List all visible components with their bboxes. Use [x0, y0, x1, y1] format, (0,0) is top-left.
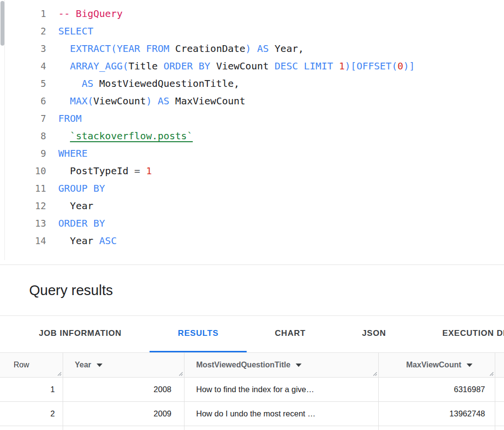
max-view-count-cell: 6316987 — [379, 378, 495, 401]
tab-json[interactable]: JSON — [334, 316, 415, 352]
code-line[interactable]: 7 FROM — [0, 110, 504, 127]
line-number: 2 — [0, 22, 58, 40]
sql-identifier: MaxViewCount — [175, 95, 246, 107]
sql-keyword: ARRAY_AGG( — [70, 60, 128, 72]
line-number: 12 — [0, 197, 58, 215]
results-table: Row Year MostViewedQuestionTitle MaxView… — [0, 353, 504, 430]
sort-dropdown-icon[interactable] — [296, 364, 302, 367]
code-text: PostTypeId = 1 — [58, 162, 152, 180]
code-line[interactable]: 9 WHERE — [0, 145, 504, 162]
most-viewed-question-title-cell: How to find the index for a give… — [185, 378, 379, 401]
column-header-label: MaxViewCount — [406, 361, 462, 369]
table-row-partial — [0, 426, 504, 430]
column-resize-handle[interactable] — [177, 370, 183, 376]
sql-identifier: Year — [275, 43, 298, 54]
sql-identifier: ViewCount — [216, 60, 274, 72]
editor-scrollbar-thumb[interactable] — [0, 1, 4, 46]
code-line[interactable]: 4 ARRAY_AGG(Title ORDER BY ViewCount DES… — [0, 57, 504, 75]
sql-keyword: ORDER BY — [164, 60, 216, 72]
column-header-label: Year — [75, 361, 91, 369]
column-header-row: Row — [0, 353, 63, 377]
line-number: 7 — [0, 110, 58, 127]
code-text: Year — [58, 197, 93, 215]
sql-text — [58, 200, 70, 212]
sql-keyword: WHERE — [58, 148, 87, 159]
code-line[interactable]: 13 ORDER BY — [0, 215, 504, 232]
code-line[interactable]: 6 MAX(ViewCount) AS MaxViewCount — [0, 92, 504, 110]
sql-keyword: ) AS — [245, 43, 274, 54]
sql-identifier: PostTypeId — [70, 165, 134, 177]
code-text: EXTRACT(YEAR FROM CreationDate) AS Year, — [58, 40, 304, 57]
sql-text: , — [234, 78, 239, 89]
sort-dropdown-icon[interactable] — [97, 364, 102, 367]
table-reference-link[interactable]: `stackoverflow.posts` — [70, 130, 193, 142]
code-line[interactable]: 11 GROUP BY — [0, 180, 504, 197]
sql-text — [58, 78, 82, 89]
sql-text: , — [298, 43, 304, 54]
code-line[interactable]: 1 -- BigQuery — [0, 5, 504, 22]
line-number: 13 — [0, 215, 58, 232]
code-line[interactable]: 3 EXTRACT(YEAR FROM CreationDate) AS Yea… — [0, 40, 504, 57]
year-cell: 2008 — [63, 378, 185, 401]
cell-spacer — [495, 402, 504, 426]
query-results-title: Query results — [29, 282, 113, 298]
year-cell: 2009 — [63, 402, 185, 426]
code-line[interactable]: 2 SELECT — [0, 22, 504, 40]
sql-keyword: EXTRACT(YEAR FROM — [70, 43, 175, 54]
line-number: 10 — [0, 162, 58, 180]
table-row: 1 2008 How to find the index for a give…… — [0, 378, 504, 402]
tab-execution-details[interactable]: EXECUTION DETAILS — [414, 316, 504, 352]
sql-text — [58, 165, 70, 177]
sql-keyword: FROM — [58, 113, 82, 124]
sql-operator: = — [134, 165, 146, 177]
column-resize-handle[interactable] — [371, 370, 377, 376]
tab-chart[interactable]: CHART — [247, 316, 334, 352]
table-header-row: Row Year MostViewedQuestionTitle MaxView… — [0, 353, 504, 378]
column-resize-handle[interactable] — [56, 370, 62, 376]
sql-editor[interactable]: 1 -- BigQuery 2 SELECT 3 EXTRACT(YEAR FR… — [0, 0, 504, 265]
code-text: ARRAY_AGG(Title ORDER BY ViewCount DESC … — [58, 57, 415, 75]
tab-results[interactable]: RESULTS — [150, 316, 247, 352]
code-text: ORDER BY — [58, 215, 105, 232]
max-view-count-cell — [379, 426, 495, 430]
sql-keyword: AS — [82, 78, 99, 89]
line-number: 9 — [0, 145, 58, 162]
sql-keyword: ASC — [99, 235, 117, 247]
sql-text — [58, 130, 70, 142]
line-number: 8 — [0, 127, 58, 145]
code-line[interactable]: 8 `stackoverflow.posts` — [0, 127, 504, 145]
code-line[interactable]: 12 Year — [0, 197, 504, 215]
results-tab-bar: JOB INFORMATION RESULTS CHART JSON EXECU… — [0, 316, 504, 353]
sort-dropdown-icon[interactable] — [467, 364, 472, 367]
row-number-cell: 1 — [0, 378, 63, 401]
editor-scrollbar-track — [0, 0, 5, 260]
sql-text — [58, 60, 70, 72]
code-text: FROM — [58, 110, 82, 127]
sql-keyword: GROUP BY — [58, 182, 105, 194]
code-line[interactable]: 5 AS MostViewedQuestionTitle, — [0, 75, 504, 92]
max-view-count-cell: 13962748 — [379, 402, 495, 426]
sql-text — [58, 95, 70, 107]
line-number: 3 — [0, 40, 58, 57]
column-header-mostviewedquestiontitle: MostViewedQuestionTitle — [185, 353, 379, 377]
column-header-maxviewcount: MaxViewCount — [379, 353, 495, 377]
sql-keyword: MAX( — [70, 95, 93, 107]
sql-identifier: ViewCount — [93, 95, 146, 107]
sql-identifier: CreationDate — [175, 43, 246, 54]
code-line[interactable]: 14 Year ASC — [0, 232, 504, 249]
table-row: 2 2009 How do I undo the most recent … 1… — [0, 402, 504, 426]
column-resize-handle[interactable] — [488, 370, 494, 376]
sql-keyword: )] — [403, 60, 415, 72]
sql-identifier: MostViewedQuestionTitle — [99, 78, 234, 89]
code-text: MAX(ViewCount) AS MaxViewCount — [58, 92, 245, 110]
code-text: GROUP BY — [58, 180, 105, 197]
line-number: 6 — [0, 92, 58, 110]
code-line[interactable]: 10 PostTypeId = 1 — [0, 162, 504, 180]
year-cell — [63, 426, 185, 430]
row-number-cell — [0, 426, 63, 430]
tab-job-information[interactable]: JOB INFORMATION — [11, 316, 150, 352]
sql-comment: -- BigQuery — [58, 8, 122, 19]
column-header-label: MostViewedQuestionTitle — [196, 361, 290, 369]
most-viewed-question-title-cell — [185, 426, 379, 430]
query-results-header: Query results — [0, 265, 504, 316]
